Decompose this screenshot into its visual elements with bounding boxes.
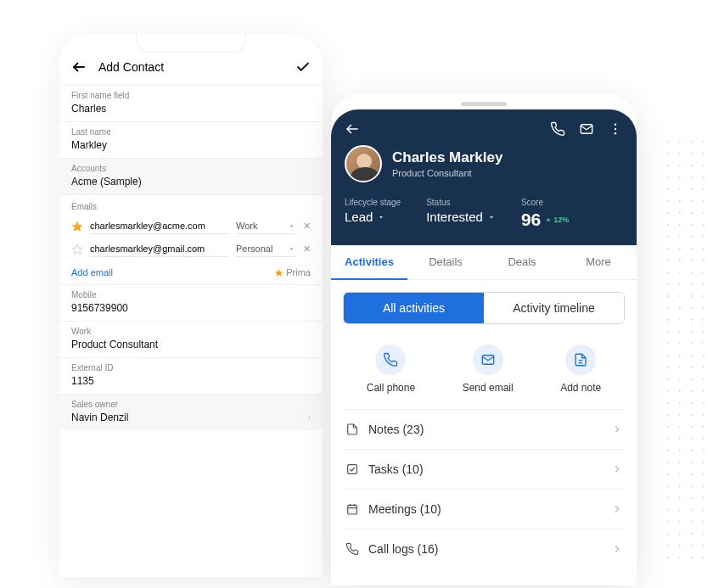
mail-icon[interactable] xyxy=(579,121,594,137)
chevron-down-icon xyxy=(377,213,385,221)
star-icon[interactable] xyxy=(71,221,83,232)
svg-marker-3 xyxy=(275,268,283,276)
list-item-tasks[interactable]: Tasks (10) xyxy=(343,449,625,489)
first-name-value: Charles xyxy=(71,103,311,115)
score-label: Score xyxy=(521,198,569,207)
external-id-field[interactable]: External ID 1135 xyxy=(59,357,323,394)
list-item-calllogs[interactable]: Call logs (16) xyxy=(343,529,625,568)
contact-name: Charles Markley xyxy=(392,149,502,166)
status-value: Interested xyxy=(426,210,483,224)
list-label: Notes (23) xyxy=(368,423,603,436)
phone-notch xyxy=(136,34,246,53)
add-note-label: Add note xyxy=(560,382,601,394)
last-name-field[interactable]: Last name Markley xyxy=(59,121,323,158)
add-email-button[interactable]: Add email xyxy=(71,267,113,277)
status-stat[interactable]: Status Interested xyxy=(426,198,496,230)
tab-more[interactable]: More xyxy=(560,245,637,279)
remove-email-button[interactable]: ✕ xyxy=(302,221,311,232)
external-id-value: 1135 xyxy=(71,375,311,387)
list-label: Call logs (16) xyxy=(368,542,603,556)
primary-indicator: Prima xyxy=(274,267,311,277)
mail-icon xyxy=(480,352,496,367)
phone-speaker xyxy=(461,102,507,106)
avatar[interactable] xyxy=(345,145,382,182)
chevron-right-icon xyxy=(611,423,623,435)
segment-all-activities[interactable]: All activities xyxy=(344,293,484,323)
mobile-label: Mobile xyxy=(71,290,311,300)
accounts-field[interactable]: Accounts Acme (Sample) xyxy=(59,158,323,194)
svg-rect-12 xyxy=(348,465,357,474)
email-row: charlesmarkley@acme.com Work ✕ xyxy=(59,215,323,238)
back-icon[interactable] xyxy=(345,121,360,137)
star-outline-icon[interactable] xyxy=(71,244,83,255)
tab-deals[interactable]: Deals xyxy=(484,245,560,279)
emails-section: Emails charlesmarkley@acme.com Work ✕ ch… xyxy=(59,194,323,284)
emails-footer: Add email Prima xyxy=(59,260,323,284)
tab-activities[interactable]: Activities xyxy=(331,245,407,280)
score-value: 96 xyxy=(521,210,541,230)
list-label: Meetings (10) xyxy=(368,502,603,516)
svg-point-7 xyxy=(615,128,616,130)
list-item-meetings[interactable]: Meetings (10) xyxy=(343,489,625,529)
send-email-label: Send email xyxy=(463,382,514,394)
email-address[interactable]: charlesmarkley@acme.com xyxy=(90,218,229,234)
confirm-icon[interactable] xyxy=(295,59,311,75)
email-row: charlesmarkley@gmail.com Personal ✕ xyxy=(59,238,323,260)
first-name-field[interactable]: First name field Charles xyxy=(59,85,323,121)
phone-contact-detail: Charles Markley Product Consultant Lifec… xyxy=(331,93,637,585)
add-note-button[interactable]: Add note xyxy=(560,344,601,394)
email-type-select[interactable]: Personal xyxy=(236,241,295,257)
contact-toolbar xyxy=(345,121,623,137)
mobile-value: 9156739900 xyxy=(71,302,311,314)
chevron-right-icon xyxy=(611,463,623,475)
work-label: Work xyxy=(71,327,311,336)
contact-identity: Charles Markley Product Consultant xyxy=(345,145,623,182)
tab-details[interactable]: Details xyxy=(407,245,484,279)
more-icon[interactable] xyxy=(608,121,623,137)
note-icon xyxy=(345,422,360,437)
status-label: Status xyxy=(426,198,496,207)
back-icon[interactable] xyxy=(71,59,87,75)
detail-tabs: Activities Details Deals More xyxy=(331,245,637,280)
work-field[interactable]: Work Product Consultant xyxy=(59,321,323,357)
sales-owner-field[interactable]: Sales owner Navin Denzil › xyxy=(59,394,323,430)
email-address[interactable]: charlesmarkley@gmail.com xyxy=(90,241,229,257)
calendar-icon xyxy=(345,501,360,517)
first-name-label: First name field xyxy=(71,91,311,100)
accounts-value: Acme (Sample) xyxy=(71,176,311,188)
list-item-notes[interactable]: Notes (23) xyxy=(343,409,625,449)
phone-icon[interactable] xyxy=(550,121,565,137)
call-phone-button[interactable]: Call phone xyxy=(367,344,415,394)
trend-up-icon xyxy=(545,216,552,223)
sales-owner-value: Navin Denzil xyxy=(71,412,311,423)
svg-rect-13 xyxy=(348,505,357,514)
email-type-select[interactable]: Work xyxy=(236,218,295,234)
external-id-label: External ID xyxy=(71,363,311,372)
add-contact-body: First name field Charles Last name Markl… xyxy=(59,85,323,577)
phone-add-contact: Add Contact First name field Charles Las… xyxy=(59,34,323,577)
activity-segment: All activities Activity timeline xyxy=(343,292,625,324)
last-name-value: Markley xyxy=(71,139,311,151)
primary-label: Prima xyxy=(286,267,311,277)
activities-body: All activities Activity timeline Call ph… xyxy=(331,280,637,568)
email-type-value: Work xyxy=(236,221,257,231)
quick-actions: Call phone Send email Add note xyxy=(343,344,625,394)
lifecycle-stat[interactable]: Lifecycle stage Lead xyxy=(345,198,401,230)
chevron-right-icon xyxy=(611,543,623,555)
segment-timeline[interactable]: Activity timeline xyxy=(484,293,624,323)
mobile-field[interactable]: Mobile 9156739900 xyxy=(59,284,323,321)
work-value: Product Consultant xyxy=(71,339,311,350)
page-title: Add Contact xyxy=(98,60,284,74)
remove-email-button[interactable]: ✕ xyxy=(302,244,311,255)
chevron-down-icon xyxy=(487,213,496,221)
list-label: Tasks (10) xyxy=(368,462,603,476)
contact-role: Product Consultant xyxy=(392,168,502,178)
score-stat: Score 96 12% xyxy=(521,198,569,230)
lifecycle-label: Lifecycle stage xyxy=(345,198,401,207)
send-email-button[interactable]: Send email xyxy=(463,344,514,394)
last-name-label: Last name xyxy=(71,127,311,137)
email-type-value: Personal xyxy=(236,244,272,254)
score-delta: 12% xyxy=(545,216,569,224)
svg-point-6 xyxy=(615,124,616,126)
chevron-right-icon: › xyxy=(308,413,311,422)
